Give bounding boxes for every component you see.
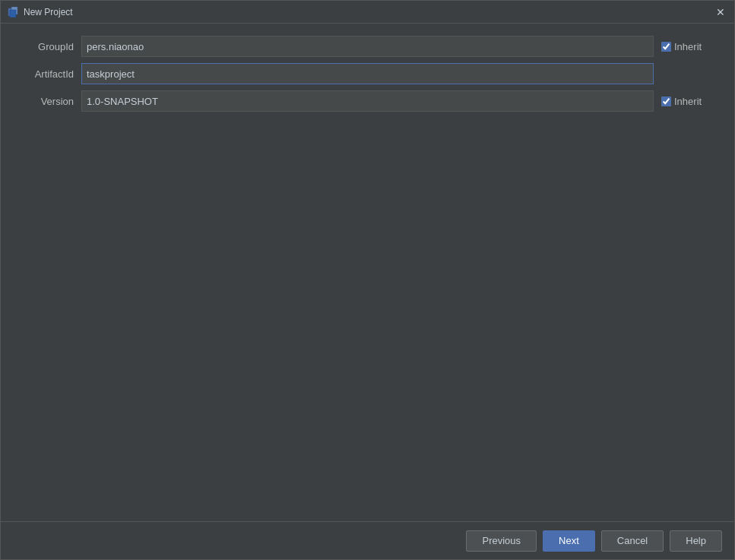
version-label: Version [13,96,74,107]
version-inherit-checkbox[interactable] [661,96,671,106]
footer: Previous Next Cancel Help [1,521,734,559]
form-content: GroupId Inherit ArtifactId Version Inher… [1,24,734,521]
artifact-id-row: ArtifactId [13,63,722,84]
artifact-id-label: ArtifactId [13,68,74,80]
version-input[interactable] [81,90,654,112]
group-id-row: GroupId Inherit [13,36,722,57]
content-spacer [13,118,722,509]
dialog-window: New Project ✕ GroupId Inherit ArtifactId… [0,0,735,560]
previous-button[interactable]: Previous [466,530,537,552]
group-id-label: GroupId [13,41,74,52]
group-id-input[interactable] [81,36,654,57]
version-inherit-wrapper: Inherit [661,96,722,107]
artifact-id-input[interactable] [81,63,654,84]
next-button[interactable]: Next [543,530,595,552]
group-id-inherit-wrapper: Inherit [661,41,722,52]
title-bar: New Project ✕ [1,1,734,24]
group-id-inherit-label: Inherit [674,41,702,52]
group-id-inherit-checkbox[interactable] [661,42,671,52]
cancel-button[interactable]: Cancel [601,530,664,552]
svg-rect-2 [10,10,16,17]
new-project-icon [7,6,19,18]
close-button[interactable]: ✕ [713,5,728,20]
help-button[interactable]: Help [670,530,722,552]
version-inherit-label: Inherit [674,96,702,107]
version-row: Version Inherit [13,90,722,112]
title-bar-left: New Project [7,6,73,18]
window-title: New Project [24,7,73,17]
